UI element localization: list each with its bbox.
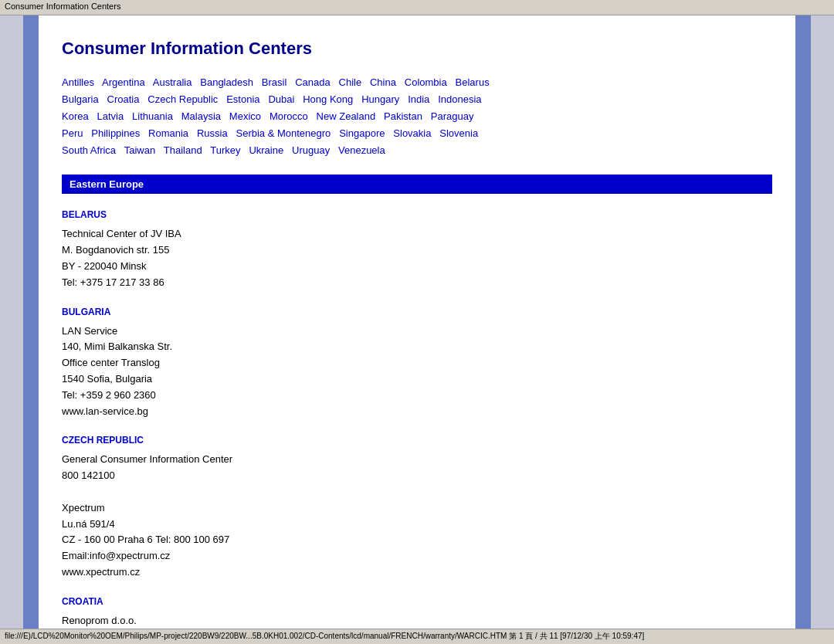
link-philippines[interactable]: Philippines bbox=[91, 127, 140, 139]
country-info-czech-republic: General Consumer Information Center 800 … bbox=[62, 452, 772, 580]
link-latvia[interactable]: Latvia bbox=[97, 110, 124, 122]
link-singapore[interactable]: Singapore bbox=[339, 127, 385, 139]
status-bar-text: file:///E)/LCD%20Monitor%20OEM/Philips/M… bbox=[5, 632, 644, 640]
link-indonesia[interactable]: Indonesia bbox=[438, 93, 481, 105]
side-strip-dark-left bbox=[0, 15, 23, 629]
link-mexico[interactable]: Mexico bbox=[229, 110, 261, 122]
link-slovenia[interactable]: Slovenia bbox=[439, 127, 478, 139]
link-ukraine[interactable]: Ukraine bbox=[249, 144, 283, 156]
link-hong-kong[interactable]: Hong Kong bbox=[303, 93, 353, 105]
side-panel-left bbox=[0, 15, 39, 629]
link-croatia[interactable]: Croatia bbox=[107, 93, 140, 105]
link-malaysia[interactable]: Malaysia bbox=[181, 110, 221, 122]
link-antilles[interactable]: Antilles bbox=[62, 76, 94, 88]
country-block-czech-republic: CZECH REPUBLIC General Consumer Informat… bbox=[62, 435, 772, 580]
link-hungary[interactable]: Hungary bbox=[361, 93, 399, 105]
link-colombia[interactable]: Colombia bbox=[405, 76, 447, 88]
country-heading-belarus: BELARUS bbox=[62, 209, 772, 220]
link-india[interactable]: India bbox=[408, 93, 429, 105]
country-block-belarus: BELARUS Technical Center of JV IBA M. Bo… bbox=[62, 209, 772, 290]
link-slovakia[interactable]: Slovakia bbox=[393, 127, 431, 139]
link-taiwan[interactable]: Taiwan bbox=[124, 144, 155, 156]
country-heading-czech-republic: CZECH REPUBLIC bbox=[62, 435, 772, 446]
title-bar-text: Consumer Information Centers bbox=[5, 2, 120, 11]
section-header-eastern-europe: Eastern Europe bbox=[62, 175, 772, 194]
link-australia[interactable]: Australia bbox=[153, 76, 192, 88]
link-korea[interactable]: Korea bbox=[62, 110, 89, 122]
link-czech-republic[interactable]: Czech Republic bbox=[147, 93, 218, 105]
country-block-bulgaria: BULGARIA LAN Service 140, Mimi Balkanska… bbox=[62, 307, 772, 420]
link-estonia[interactable]: Estonia bbox=[226, 93, 259, 105]
link-argentina[interactable]: Argentina bbox=[102, 76, 145, 88]
content-area: Consumer Information Centers Antilles Ar… bbox=[39, 15, 795, 629]
link-paraguay[interactable]: Paraguay bbox=[431, 110, 474, 122]
link-russia[interactable]: Russia bbox=[197, 127, 228, 139]
title-bar: Consumer Information Centers bbox=[0, 0, 834, 15]
link-new-zealand[interactable]: New Zealand bbox=[317, 110, 376, 122]
link-thailand[interactable]: Thailand bbox=[164, 144, 202, 156]
link-morocco[interactable]: Morocco bbox=[270, 110, 308, 122]
links-section: Antilles Argentina Australia Bangladesh … bbox=[62, 74, 772, 159]
country-block-croatia: CROATIA Renoprom d.o.o. Mlinska 5, Strme… bbox=[62, 596, 772, 629]
side-strip-dark-right bbox=[811, 15, 834, 629]
country-info-belarus: Technical Center of JV IBA M. Bogdanovic… bbox=[62, 226, 772, 290]
link-uruguay[interactable]: Uruguay bbox=[292, 144, 330, 156]
main-area: Consumer Information Centers Antilles Ar… bbox=[0, 15, 834, 629]
link-peru[interactable]: Peru bbox=[62, 127, 83, 139]
link-pakistan[interactable]: Pakistan bbox=[384, 110, 422, 122]
country-info-croatia: Renoprom d.o.o. Mlinska 5, Strmec HR - 4… bbox=[62, 613, 772, 629]
link-canada[interactable]: Canada bbox=[295, 76, 331, 88]
side-strip-blue-right bbox=[795, 15, 811, 629]
link-serbia[interactable]: Serbia & Montenegro bbox=[236, 127, 331, 139]
page-title: Consumer Information Centers bbox=[62, 39, 772, 59]
status-bar: file:///E)/LCD%20Monitor%20OEM/Philips/M… bbox=[0, 629, 834, 644]
side-panel-right bbox=[795, 15, 834, 629]
link-romania[interactable]: Romania bbox=[148, 127, 188, 139]
link-china[interactable]: China bbox=[370, 76, 396, 88]
country-heading-croatia: CROATIA bbox=[62, 596, 772, 607]
country-heading-bulgaria: BULGARIA bbox=[62, 307, 772, 317]
link-brasil[interactable]: Brasil bbox=[262, 76, 287, 88]
link-belarus[interactable]: Belarus bbox=[456, 76, 490, 88]
link-south-africa[interactable]: South Africa bbox=[62, 144, 116, 156]
link-dubai[interactable]: Dubai bbox=[268, 93, 294, 105]
link-bangladesh[interactable]: Bangladesh bbox=[200, 76, 253, 88]
link-turkey[interactable]: Turkey bbox=[210, 144, 240, 156]
country-info-bulgaria: LAN Service 140, Mimi Balkanska Str. Off… bbox=[62, 324, 772, 420]
side-strip-blue-left bbox=[23, 15, 39, 629]
link-venezuela[interactable]: Venezuela bbox=[338, 144, 385, 156]
link-lithuania[interactable]: Lithuania bbox=[132, 110, 173, 122]
link-chile[interactable]: Chile bbox=[339, 76, 362, 88]
link-bulgaria[interactable]: Bulgaria bbox=[62, 93, 99, 105]
